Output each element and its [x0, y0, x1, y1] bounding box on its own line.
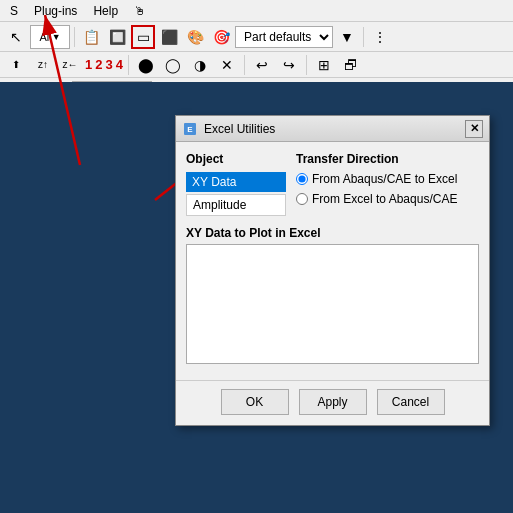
menu-s[interactable]: S [4, 2, 24, 20]
tb-icon-3[interactable]: ▭ [131, 25, 155, 49]
radio-to-excel[interactable]: From Abaqus/CAE to Excel [296, 172, 479, 186]
tb-icon-5[interactable]: 🎨 [183, 25, 207, 49]
all-label: All [39, 31, 51, 43]
tb-circle-2[interactable]: ◯ [161, 53, 185, 77]
xy-data-section-label: XY Data to Plot in Excel [186, 226, 479, 240]
toolbar-row-1: ↖ All ▼ 📋 🔲 ▭ ⬛ 🎨 🎯 Part defaults ▼ ⋮ [0, 22, 513, 52]
tb-icon-9[interactable]: ⬆ [4, 53, 28, 77]
object-header: Object [186, 152, 286, 166]
transfer-header: Transfer Direction [296, 152, 479, 166]
radio-to-excel-label: From Abaqus/CAE to Excel [312, 172, 457, 186]
separator-1 [74, 27, 75, 47]
radio-from-excel[interactable]: From Excel to Abaqus/CAE [296, 192, 479, 206]
tb-icon-4[interactable]: ⬛ [157, 25, 181, 49]
toolbar-row-2: ⬆ z↑ z← 1 2 3 4 ⬤ ◯ ◑ ✕ ↩ ↪ ⊞ 🗗 [0, 52, 513, 78]
separator-2 [363, 27, 364, 47]
tb-icon-1[interactable]: 📋 [79, 25, 103, 49]
dialog-title: Excel Utilities [204, 122, 465, 136]
num-3-icon: 3 [105, 57, 112, 72]
menu-cursor-icon: 🖱 [128, 2, 152, 20]
tb-grid-btn[interactable]: ⊞ [312, 53, 336, 77]
menu-bar: S Plug-ins Help 🖱 [0, 0, 513, 22]
menu-help[interactable]: Help [87, 2, 124, 20]
dialog-close-button[interactable]: ✕ [465, 120, 483, 138]
xy-data-item[interactable]: XY Data [186, 172, 286, 192]
separator-3 [128, 55, 129, 75]
dropdown-arrow: ▼ [52, 32, 61, 42]
dialog-icon: E [182, 121, 198, 137]
tb-undo-btn[interactable]: ↩ [250, 53, 274, 77]
amplitude-item[interactable]: Amplitude [186, 194, 286, 216]
dialog-body: Object XY Data Amplitude Transfer Direct… [176, 142, 489, 374]
num-4-icon: 4 [116, 57, 123, 72]
menu-plugins[interactable]: Plug-ins [28, 2, 83, 20]
dialog-titlebar: E Excel Utilities ✕ [176, 116, 489, 142]
cancel-button[interactable]: Cancel [377, 389, 445, 415]
separator-4 [244, 55, 245, 75]
part-defaults-wrapper: Part defaults [235, 26, 333, 48]
tb-icon-11[interactable]: z← [58, 53, 82, 77]
tb-icon-6[interactable]: 🎯 [209, 25, 233, 49]
tb-icon-10[interactable]: z↑ [31, 53, 55, 77]
part-defaults-dropdown[interactable]: Part defaults [235, 26, 333, 48]
xy-data-section: XY Data to Plot in Excel [186, 226, 479, 364]
tb-circle-1[interactable]: ⬤ [134, 53, 158, 77]
tb-icon-2[interactable]: 🔲 [105, 25, 129, 49]
separator-5 [306, 55, 307, 75]
apply-button[interactable]: Apply [299, 389, 367, 415]
radio-to-excel-input[interactable] [296, 173, 308, 185]
radio-group: From Abaqus/CAE to Excel From Excel to A… [296, 172, 479, 206]
radio-from-excel-input[interactable] [296, 193, 308, 205]
excel-utilities-dialog: E Excel Utilities ✕ Object XY Data Ampli… [175, 115, 490, 426]
tb-circle-3[interactable]: ◑ [188, 53, 212, 77]
ok-button[interactable]: OK [221, 389, 289, 415]
svg-text:E: E [187, 125, 193, 134]
all-dropdown[interactable]: All ▼ [30, 25, 70, 49]
tb-redo-btn[interactable]: ↪ [277, 53, 301, 77]
dialog-columns: Object XY Data Amplitude Transfer Direct… [186, 152, 479, 216]
object-column: Object XY Data Amplitude [186, 152, 286, 216]
dialog-buttons: OK Apply Cancel [176, 380, 489, 425]
transfer-column: Transfer Direction From Abaqus/CAE to Ex… [296, 152, 479, 216]
tb-window-btn[interactable]: 🗗 [339, 53, 363, 77]
tb-x-icon[interactable]: ✕ [215, 53, 239, 77]
radio-from-excel-label: From Excel to Abaqus/CAE [312, 192, 457, 206]
tb-icon-8[interactable]: ⋮ [368, 25, 392, 49]
tb-icon-7[interactable]: ▼ [335, 25, 359, 49]
num-1-icon: 1 [85, 57, 92, 72]
num-2-icon: 2 [95, 57, 102, 72]
cursor-tool-btn[interactable]: ↖ [4, 25, 28, 49]
xy-data-listbox[interactable] [186, 244, 479, 364]
